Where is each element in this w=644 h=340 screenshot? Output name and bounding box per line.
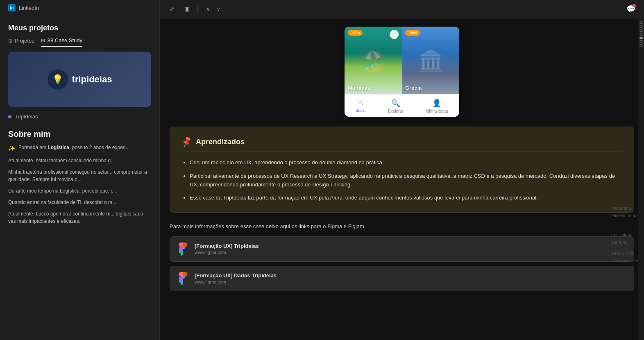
figma-link-title-1: [Formação UX] TripIdeias: [195, 243, 627, 249]
aprendizados-item-2: Participei ativamente de processos de UX…: [190, 172, 622, 189]
toolbar: ⤢ ▣ ∧ ∨ 💬: [160, 0, 644, 18]
scrollbar-line-11: [639, 44, 643, 45]
sobre-mim-title: Sobre mim: [0, 123, 159, 144]
figma-logo-2: [177, 272, 190, 285]
sobre-mim-text-5: Quando entrei na faculdade de TI, descob…: [8, 199, 116, 206]
linkedin-row[interactable]: in LinkedIn: [0, 0, 159, 16]
tab-projetos-label: Projetos: [15, 38, 34, 44]
sobre-mim-item-4: Durante meu tempo na Logística, percebi …: [8, 187, 151, 195]
main-content: ⤢ ▣ ∧ ∨ 💬 🏖️ - 50% ♡ Maldivas: [160, 0, 644, 340]
scrollbar-line-7: [639, 33, 643, 34]
app-preview: 🏖️ - 50% ♡ Maldivas 🏛️ - 30% Grécia: [345, 27, 459, 117]
aprendizados-list: Criei um raciocínio em UX, aprendendo o …: [181, 159, 622, 202]
projetos-icon: ⊞: [8, 38, 12, 44]
sobre-mim-item-1: ✨ Formada em Logística, possuo 2 anos de…: [8, 144, 151, 153]
scrollbar-line-10: [639, 42, 643, 43]
sparkle-icon: ✨: [8, 144, 15, 153]
sidebar-tabs: ⊞ Projetos ⊞ 88 Case Study: [0, 37, 159, 52]
scrollbar-line-8: [639, 35, 643, 36]
sobre-mim-text-1: Formada em Logística, possuo 2 anos de e…: [18, 144, 129, 153]
app-nav: ⌂ Início 🔍 Explorar 👤 Minha conta: [345, 94, 459, 117]
sobre-mim-text-3: Minha trajetória profissional começou no…: [8, 168, 151, 183]
sobre-mim-item-6: Atualmente, busco aprimorar continuament…: [8, 210, 151, 225]
tab-case-study[interactable]: ⊞ 88 Case Study: [41, 37, 82, 47]
scrollbar-thumb[interactable]: [639, 37, 643, 39]
aprendizados-item-1: Criei um raciocínio em UX, aprendendo o …: [190, 159, 622, 167]
links-intro-text: Para mais informações sobre esse case de…: [170, 222, 634, 231]
links-section: Para mais informações sobre esse case de…: [170, 222, 634, 291]
nav-minha-conta[interactable]: 👤 Minha conta: [426, 99, 448, 113]
grecia-label: Grécia: [405, 85, 422, 91]
scrollbar-line-6: [639, 31, 643, 32]
cursor-tool-icon[interactable]: ⤢: [166, 3, 178, 15]
meus-projetos-title: Meus projetos: [0, 16, 159, 37]
project-name-row: TripIdeias: [0, 113, 159, 123]
tab-projetos[interactable]: ⊞ Projetos: [8, 38, 34, 46]
aprendizados-text-3: Esse case da TripIdeias faz parte da for…: [190, 195, 538, 201]
scrollbar-line-1: [639, 21, 643, 22]
project-thumbnail[interactable]: 💡 tripideias: [8, 52, 151, 107]
nav-inicio-label: Início: [356, 109, 365, 113]
figma-link-title-2: [Formação UX] Dados TripIdeias: [195, 272, 627, 279]
toolbar-nav: ∧ ∨: [203, 4, 223, 14]
figma-link-info-1: [Formação UX] TripIdeias www.figma.com: [195, 243, 627, 255]
minha-conta-icon: 👤: [432, 99, 441, 108]
scrollbar-line-12: [639, 46, 643, 47]
aprendizados-item-3: Esse case da TripIdeias faz parte da for…: [190, 194, 622, 202]
scroll-area[interactable]: 🏖️ - 50% ♡ Maldivas 🏛️ - 30% Grécia: [160, 18, 644, 340]
figma-link-url-1: www.figma.com: [195, 250, 627, 255]
sobre-mim-text-4: Durante meu tempo na Logística, percebi …: [8, 187, 118, 195]
sidebar: in LinkedIn Meus projetos ⊞ Projetos ⊞ 8…: [0, 0, 160, 340]
sobre-mim-item-3: Minha trajetória profissional começou no…: [8, 168, 151, 183]
project-logo-icon: 💡: [48, 69, 68, 90]
grecia-bg: 🏛️: [402, 27, 459, 94]
nav-inicio[interactable]: ⌂ Início: [356, 99, 365, 113]
case-study-icon: ⊞: [41, 38, 45, 43]
aprendizados-title: Aprendizados: [196, 138, 245, 146]
nav-explorar-label: Explorar: [388, 109, 403, 113]
nav-minha-conta-label: Minha conta: [426, 109, 448, 113]
sobre-mim-text-2: Atualmente, estou também concluindo minh…: [8, 157, 115, 164]
figma-link-info-2: [Formação UX] Dados TripIdeias www.figma…: [195, 272, 627, 284]
scrollbar-line-9: [639, 40, 643, 41]
aprendizados-text-1: Criei um raciocínio em UX, aprendendo o …: [190, 159, 383, 165]
sobre-mim-content: ✨ Formada em Logística, possuo 2 anos de…: [0, 144, 159, 225]
project-dot-icon: [8, 115, 11, 118]
aprendizados-header: 📌 Aprendizados: [181, 137, 622, 152]
scrollbar-line-2: [639, 23, 643, 24]
figma-link-url-2: www.figma.com: [195, 279, 627, 284]
scrollbar-line-4: [639, 27, 643, 28]
maldivas-badge: - 50%: [348, 30, 363, 36]
figma-logo-1: [177, 243, 190, 256]
heart-icon[interactable]: ♡: [390, 30, 399, 39]
project-thumbnail-inner: 💡 tripideias: [48, 69, 112, 90]
scrollbar-line-3: [639, 25, 643, 26]
inicio-icon: ⌂: [358, 99, 363, 107]
frame-tool-icon[interactable]: ▣: [181, 3, 193, 15]
explorar-icon: 🔍: [391, 99, 400, 108]
right-scrollbar[interactable]: [638, 18, 644, 340]
tab-case-study-label: 88 Case Study: [48, 37, 82, 43]
maldivas-card: 🏖️ - 50% ♡ Maldivas: [345, 27, 402, 94]
aprendizados-box: 📌 Aprendizados Criei um raciocínio em UX…: [170, 127, 634, 213]
project-name-label: TripIdeias: [15, 113, 38, 120]
nav-explorar[interactable]: 🔍 Explorar: [388, 99, 403, 113]
toolbar-divider-1: [197, 5, 198, 13]
nav-down-button[interactable]: ∨: [213, 4, 223, 14]
grecia-card: 🏛️ - 30% Grécia: [402, 27, 459, 94]
aprendizados-text-2: Participei ativamente de processos de UX…: [190, 173, 615, 188]
sobre-mim-item-5: Quando entrei na faculdade de TI, descob…: [8, 199, 151, 206]
project-logo-text: tripideias: [72, 74, 112, 85]
sobre-mim-text-6: Atualmente, busco aprimorar continuament…: [8, 210, 151, 225]
comment-button[interactable]: 💬: [624, 2, 637, 16]
scrollbar-line-5: [639, 29, 643, 30]
figma-link-tripideias[interactable]: [Formação UX] TripIdeias www.figma.com: [170, 236, 634, 262]
linkedin-label: LinkedIn: [19, 5, 39, 11]
comment-badge: [633, 4, 636, 7]
maldivas-label: Maldivas: [348, 85, 370, 91]
figma-link-dados[interactable]: [Formação UX] Dados TripIdeias www.figma…: [170, 266, 634, 291]
pin-icon: 📌: [180, 135, 193, 148]
app-preview-images: 🏖️ - 50% ♡ Maldivas 🏛️ - 30% Grécia: [345, 27, 459, 94]
sobre-mim-item-2: Atualmente, estou também concluindo minh…: [8, 157, 151, 164]
nav-up-button[interactable]: ∧: [203, 4, 213, 14]
